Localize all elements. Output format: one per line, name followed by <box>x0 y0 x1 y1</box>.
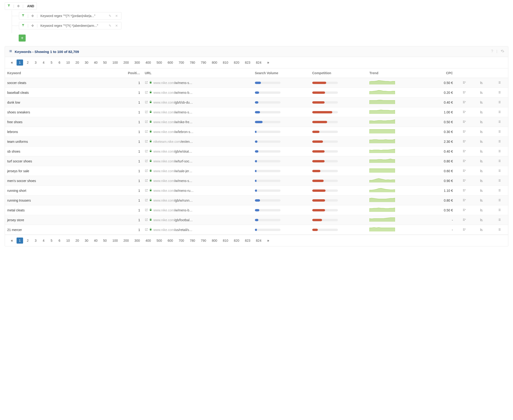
page-number[interactable]: 3 <box>32 238 39 244</box>
list-icon[interactable] <box>498 189 501 193</box>
list-icon[interactable] <box>498 81 501 85</box>
detail-icon[interactable] <box>462 101 466 105</box>
pencil-icon[interactable]: ✎ <box>108 14 112 18</box>
list-icon[interactable] <box>498 199 501 202</box>
add-filter-button[interactable]: + <box>19 35 26 42</box>
external-link-icon[interactable] <box>145 159 148 163</box>
list-icon[interactable] <box>498 111 501 114</box>
list-icon[interactable] <box>498 209 501 212</box>
page-number[interactable]: 823 <box>243 60 252 66</box>
page-number[interactable]: 400 <box>143 60 153 66</box>
page-number[interactable]: 700 <box>176 238 186 244</box>
page-number[interactable]: 10 <box>64 238 72 244</box>
help-icon[interactable]: ? <box>491 49 493 54</box>
external-link-icon[interactable] <box>145 81 148 85</box>
external-link-icon[interactable] <box>145 91 148 95</box>
list-icon[interactable] <box>498 218 501 222</box>
chart-icon[interactable] <box>480 91 484 95</box>
list-icon[interactable] <box>498 150 501 154</box>
chart-icon[interactable] <box>480 189 484 193</box>
col-competition[interactable]: Competition <box>310 68 367 78</box>
page-number[interactable]: 20 <box>73 238 81 244</box>
chart-icon[interactable] <box>480 199 484 202</box>
external-link-icon[interactable] <box>145 169 148 173</box>
page-number[interactable]: 200 <box>121 60 131 66</box>
page-number[interactable]: 40 <box>92 60 100 66</box>
page-number[interactable]: 30 <box>82 60 90 66</box>
detail-icon[interactable] <box>462 140 466 144</box>
gear-icon[interactable] <box>501 49 504 54</box>
page-number[interactable]: 50 <box>101 238 109 244</box>
close-icon[interactable]: ✕ <box>114 14 119 18</box>
page-number[interactable]: 810 <box>220 238 230 244</box>
page-number[interactable]: 824 <box>254 238 264 244</box>
page-number[interactable]: 824 <box>254 60 264 66</box>
page-number[interactable]: 1 <box>16 60 23 66</box>
page-number[interactable]: 400 <box>143 238 153 244</box>
page-last[interactable]: » <box>265 59 271 66</box>
external-link-icon[interactable] <box>145 189 148 193</box>
chart-icon[interactable] <box>480 111 484 114</box>
external-link-icon[interactable] <box>145 140 148 143</box>
col-position[interactable]: Positi… <box>110 68 142 78</box>
detail-icon[interactable] <box>462 209 466 212</box>
page-number[interactable]: 100 <box>110 60 120 66</box>
page-number[interactable]: 5 <box>48 238 55 244</box>
page-last[interactable]: » <box>265 237 271 244</box>
chart-icon[interactable] <box>480 179 484 183</box>
page-number[interactable]: 6 <box>56 238 63 244</box>
external-link-icon[interactable] <box>145 110 148 114</box>
page-number[interactable]: 200 <box>121 238 131 244</box>
pencil-icon[interactable]: ✎ <box>108 24 112 28</box>
chart-icon[interactable] <box>480 169 484 173</box>
chart-icon[interactable] <box>480 150 484 154</box>
page-number[interactable]: 2 <box>24 60 31 66</box>
list-icon[interactable] <box>498 130 501 134</box>
detail-icon[interactable] <box>462 150 466 154</box>
detail-icon[interactable] <box>462 189 466 193</box>
detail-icon[interactable] <box>462 91 466 95</box>
page-first[interactable]: « <box>9 237 15 244</box>
external-link-icon[interactable] <box>145 101 148 104</box>
list-icon[interactable] <box>498 120 501 124</box>
external-link-icon[interactable] <box>145 228 148 232</box>
col-url[interactable]: URL <box>142 68 253 78</box>
page-number[interactable]: 4 <box>40 238 47 244</box>
detail-icon[interactable] <box>462 169 466 173</box>
chart-icon[interactable] <box>480 228 484 232</box>
move-icon[interactable]: ✥ <box>31 24 34 28</box>
page-number[interactable]: 800 <box>210 238 219 244</box>
page-number[interactable]: 300 <box>132 238 142 244</box>
page-number[interactable]: 790 <box>199 238 208 244</box>
detail-icon[interactable] <box>462 111 466 114</box>
list-icon[interactable] <box>498 101 501 105</box>
page-number[interactable]: 1 <box>16 238 23 244</box>
external-link-icon[interactable] <box>145 179 148 183</box>
chart-icon[interactable] <box>480 130 484 134</box>
external-link-icon[interactable] <box>145 218 148 222</box>
page-number[interactable]: 40 <box>92 238 100 244</box>
page-number[interactable]: 820 <box>232 60 241 66</box>
external-link-icon[interactable] <box>145 130 148 134</box>
list-icon[interactable] <box>498 91 501 95</box>
external-link-icon[interactable] <box>145 199 148 202</box>
page-number[interactable]: 30 <box>82 238 90 244</box>
col-trend[interactable]: Trend <box>367 68 424 78</box>
chart-icon[interactable] <box>480 81 484 85</box>
page-number[interactable]: 700 <box>176 60 186 66</box>
list-icon[interactable] <box>498 140 501 144</box>
col-volume[interactable]: Search Volume <box>253 68 310 78</box>
list-icon[interactable] <box>498 228 501 232</box>
page-number[interactable]: 6 <box>56 60 63 66</box>
list-icon[interactable] <box>498 160 501 163</box>
page-number[interactable]: 4 <box>40 60 47 66</box>
chart-icon[interactable] <box>480 101 484 105</box>
page-number[interactable]: 10 <box>64 60 72 66</box>
page-number[interactable]: 3 <box>32 60 39 66</box>
detail-icon[interactable] <box>462 120 466 124</box>
detail-icon[interactable] <box>462 160 466 163</box>
external-link-icon[interactable] <box>145 120 148 124</box>
detail-icon[interactable] <box>462 81 466 85</box>
page-number[interactable]: 100 <box>110 238 120 244</box>
chart-icon[interactable] <box>480 140 484 144</box>
